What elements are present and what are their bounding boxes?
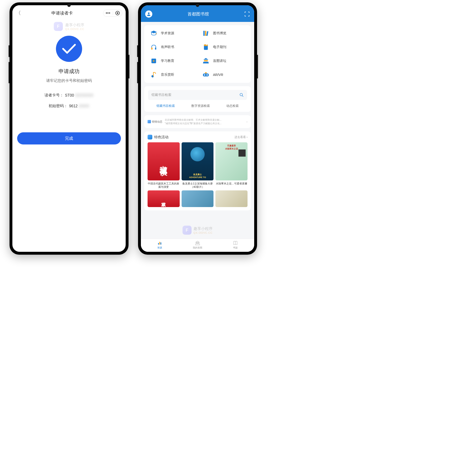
grid-item-arvr[interactable]: AR/VR: [199, 71, 249, 79]
card-number-label: 读者卡号：: [45, 93, 64, 98]
grid-item-music[interactable]: 音乐赏听: [147, 71, 196, 79]
card-number-masked: 0000000: [75, 93, 94, 98]
grid-label: 有声听书: [161, 45, 174, 49]
video-file-icon: [150, 57, 157, 65]
more-icon[interactable]: •••: [106, 11, 110, 15]
activity-item[interactable]: 京城博谈 中国古代建筑木工工具的发展与演变: [148, 142, 180, 189]
grid-label: 学习教育: [161, 59, 174, 63]
camera-notch: [196, 3, 199, 7]
headphones-icon: [150, 43, 157, 51]
journal-icon: [202, 43, 210, 51]
watermark-title: 趣享小程序: [193, 226, 213, 231]
poster-small-3[interactable]: [215, 190, 248, 207]
grid-item-journal[interactable]: 电子期刊: [199, 43, 249, 51]
search-icon: [239, 93, 244, 97]
qr-code: [238, 150, 246, 157]
svg-rect-15: [205, 72, 207, 73]
news-card[interactable]: 馆情动态 北京城市图书馆古籍文献馆、艺术文献馆和非遗文献... "城市图书馆文化…: [144, 115, 251, 128]
search-tabs: 馆藏书目检索 数字资源检索 动态检索: [148, 104, 247, 108]
news-lines: 北京城市图书馆古籍文献馆、艺术文献馆和非遗文献... "城市图书馆文化与交往"暨…: [165, 118, 244, 125]
chevron-right-icon: ›: [246, 120, 248, 123]
camera-notch: [67, 3, 71, 7]
category-grid: 学术资源 图书博览 有声听书 电子期刊 学习教育 首图讲坛: [144, 25, 251, 83]
header: 首都图书馆: [141, 5, 254, 22]
volume-button: [137, 62, 138, 83]
grid-label: 图书博览: [213, 31, 226, 35]
grid-item-education[interactable]: 学习教育: [147, 57, 196, 65]
power-button: [129, 55, 130, 79]
svg-point-13: [204, 74, 205, 75]
phone-frame-right: 首都图书馆 学术资源 图书博览 有声听书 电子期刊: [138, 2, 257, 255]
activity-card: 特色活动 进去看看 › 京城博谈 中国古代建筑木工工具的发展与演变 鱼龙勇士AD…: [144, 131, 251, 210]
avatar-icon[interactable]: [145, 11, 152, 17]
header-title: 首都图书馆: [187, 11, 209, 17]
poster-fish: 鱼龙勇士ADVENTURE TO: [182, 142, 214, 180]
password-value: 9612: [69, 104, 78, 108]
tab-label: 资源: [157, 246, 162, 249]
activity-item[interactable]: 鱼龙勇士ADVENTURE TO 鱼龙勇士2之深海捕鱼大赛（4D影片）: [182, 142, 214, 189]
section-icon: [148, 135, 152, 139]
miniprogram-capsule[interactable]: •••: [103, 10, 122, 17]
svg-rect-19: [161, 242, 161, 245]
back-icon[interactable]: 〈: [16, 10, 21, 17]
watermark-icon: F: [183, 226, 192, 235]
card-number-value: ST00: [65, 93, 74, 98]
grid-item-academic[interactable]: 学术资源: [147, 30, 196, 37]
svg-point-0: [148, 12, 150, 14]
grid-item-audio[interactable]: 有声听书: [147, 43, 196, 51]
search-tab-catalog[interactable]: 馆藏书目检索: [156, 104, 175, 108]
activity-row-2: 京城: [148, 190, 248, 207]
svg-rect-8: [204, 45, 208, 46]
svg-rect-5: [151, 48, 153, 50]
screen-left: 〈 申请读者卡 ••• F 趣享小程序 QX.OOVC.CC 申请成功 请牢记您…: [12, 5, 126, 252]
activity-row: 京城博谈 中国古代建筑木工工具的发展与演变 鱼龙勇士ADVENTURE TO 鱼…: [148, 142, 248, 189]
grid-label: 首图讲坛: [213, 59, 226, 63]
volume-button: [9, 62, 10, 83]
page-title: 申请读者卡: [51, 10, 73, 16]
tab-my-library[interactable]: 我的首图: [179, 240, 217, 249]
password-row: 初始密码： 9612 0000: [12, 103, 126, 108]
watermark-title: 趣享小程序: [65, 23, 84, 28]
volume-button: [137, 45, 138, 57]
password-masked: 0000: [79, 104, 89, 108]
grid-item-books[interactable]: 图书博览: [199, 30, 249, 37]
svg-rect-2: [204, 31, 205, 36]
search-input[interactable]: 馆藏书目检索: [148, 90, 247, 100]
activity-item[interactable]: 艺趣童享水陆草木之花 水陆草木之花，可爱者甚蕃: [215, 142, 248, 189]
news-badge-icon: [148, 120, 151, 123]
poster-small-2[interactable]: [182, 190, 214, 207]
svg-rect-6: [155, 48, 156, 50]
tab-bookshelf[interactable]: 书架: [216, 240, 254, 249]
poster-caption: 鱼龙勇士2之深海捕鱼大赛（4D影片）: [182, 182, 214, 189]
screen-right: 首都图书馆 学术资源 图书博览 有声听书 电子期刊: [141, 5, 254, 252]
success-title: 申请成功: [12, 68, 126, 75]
complete-button[interactable]: 完成: [17, 132, 121, 144]
success-check-icon: [56, 36, 82, 62]
poster-flower: 艺趣童享水陆草木之花: [215, 142, 248, 180]
search-tab-digital[interactable]: 数字资源检索: [191, 104, 210, 108]
search-placeholder: 馆藏书目检索: [151, 93, 171, 97]
poster-small-1[interactable]: 京城: [148, 190, 180, 207]
svg-rect-18: [159, 242, 160, 245]
close-target-icon[interactable]: [116, 11, 120, 15]
news-label: 馆情动态: [152, 120, 162, 123]
grid-item-lecture[interactable]: 首图讲坛: [199, 57, 249, 65]
scan-icon[interactable]: [244, 11, 250, 17]
news-badge: 馆情动态: [148, 120, 162, 123]
divider: [113, 11, 113, 15]
watermark: F 趣享小程序 QX.OOVC.CC: [12, 19, 126, 31]
news-line-2: "城市图书馆文化与交往"暨"新质生产力赋能公共文化...: [165, 122, 244, 125]
poster-jingcheng: 京城博谈: [148, 142, 180, 180]
svg-rect-12: [203, 73, 209, 76]
titlebar: 〈 申请读者卡 •••: [12, 5, 126, 19]
poster-caption: 水陆草木之花，可爱者甚蕃: [215, 182, 248, 189]
see-more-link[interactable]: 进去看看 ›: [235, 135, 248, 139]
building-icon: [195, 240, 200, 246]
tab-resources[interactable]: 资源: [141, 240, 179, 249]
svg-point-14: [206, 74, 208, 75]
bars-icon: [157, 240, 162, 246]
search-tab-dynamic[interactable]: 动态检索: [226, 104, 239, 108]
vr-icon: [202, 71, 210, 79]
music-note-icon: [150, 71, 157, 79]
grid-label: AR/VR: [213, 73, 223, 77]
